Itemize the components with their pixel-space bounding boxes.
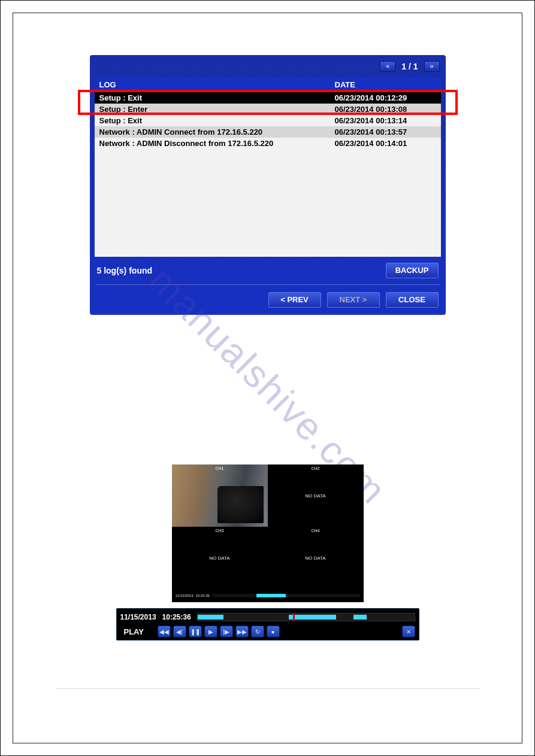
playback-date: 11/15/2013	[120, 613, 156, 621]
page-prev-button[interactable]: «	[380, 61, 395, 72]
nodata-label: NO DATA	[305, 493, 325, 499]
nodata-label: NO DATA	[305, 555, 325, 561]
cell-date: 06/23/2014 00:14:01	[330, 138, 441, 149]
cctv-grid: CH1 CH2 NO DATA CH3 NO DATA CH4 NO DATA …	[172, 464, 364, 602]
cell-date: 06/23/2014 00:13:14	[330, 115, 441, 126]
mini-date: 11/15/2013	[176, 594, 194, 597]
log-topbar: « 1 / 1 »	[90, 55, 446, 78]
prev-button[interactable]: < PREV	[268, 292, 321, 308]
col-date: DATE	[330, 78, 441, 92]
repeat-icon: ↻	[255, 629, 260, 635]
cell-log: Setup : Exit	[95, 92, 330, 104]
next-button[interactable]: NEXT >	[327, 292, 380, 308]
backup-button[interactable]: BACKUP	[386, 263, 439, 278]
timeline-track[interactable]	[197, 613, 415, 621]
log-empty-area	[95, 149, 441, 257]
table-row[interactable]: Setup : Exit 06/23/2014 00:13:14	[95, 115, 441, 126]
table-row[interactable]: Setup : Enter 06/23/2014 00:13:08	[95, 104, 441, 115]
playback-state: PLAY	[120, 627, 155, 636]
ch-label: CH2	[311, 466, 319, 470]
cctv-ch1[interactable]: CH1	[172, 464, 268, 527]
close-icon: ✕	[406, 629, 411, 635]
fast-fwd-icon: ▶▶	[237, 629, 247, 635]
cctv-ch3[interactable]: CH3 NO DATA	[172, 527, 268, 589]
camera-feed-icon	[172, 464, 268, 527]
page-divider	[55, 688, 480, 689]
rewind-icon: ◀◀	[159, 629, 169, 635]
log-window: « 1 / 1 » LOG DATE Setup : Exit	[90, 55, 446, 315]
pause-button[interactable]: ❚❚	[189, 626, 202, 637]
cctv-mini-timeline: 11/15/2013 10:25:36	[172, 589, 364, 602]
step-back-icon: ◀|	[176, 629, 183, 635]
mini-time: 10:25:36	[196, 594, 210, 597]
playbar-close-button[interactable]: ✕	[402, 626, 415, 637]
play-button[interactable]: ▶	[204, 626, 217, 637]
ch-label: CH4	[311, 529, 319, 533]
cctv-ch4[interactable]: CH4 NO DATA	[268, 527, 364, 589]
record-button[interactable]: ●	[267, 626, 280, 637]
cell-date: 06/23/2014 00:13:57	[330, 126, 441, 138]
cell-date: 06/23/2014 00:13:08	[330, 104, 441, 115]
cell-log: Network : ADMIN Disconnect from 172.16.5…	[95, 138, 330, 149]
table-row[interactable]: Network : ADMIN Disconnect from 172.16.5…	[95, 138, 441, 149]
page-indicator: 1 / 1	[399, 62, 420, 71]
rewind-button[interactable]: ◀◀	[158, 626, 171, 637]
ch-label: CH3	[215, 529, 223, 533]
mini-bar	[212, 594, 360, 597]
playback-time: 10:25:36	[162, 613, 191, 621]
playback-bar: 11/15/2013 10:25:36 PLAY ◀◀ ◀| ❚❚ ▶ |▶ ▶…	[116, 608, 419, 640]
cell-log: Network : ADMIN Connect from 172.16.5.22…	[95, 126, 330, 138]
pause-icon: ❚❚	[191, 629, 200, 635]
fast-fwd-button[interactable]: ▶▶	[235, 626, 249, 637]
cell-log: Setup : Enter	[95, 104, 330, 115]
cell-log: Setup : Exit	[95, 115, 330, 126]
playhead-marker[interactable]	[293, 613, 295, 621]
step-back-button[interactable]: ◀|	[173, 626, 186, 637]
cell-date: 06/23/2014 00:12:29	[330, 92, 441, 104]
col-log: LOG	[95, 78, 330, 92]
table-row[interactable]: Setup : Exit 06/23/2014 00:12:29	[95, 92, 441, 104]
record-icon: ●	[271, 629, 274, 635]
repeat-button[interactable]: ↻	[251, 626, 264, 637]
step-fwd-button[interactable]: |▶	[220, 626, 233, 637]
table-row[interactable]: Network : ADMIN Connect from 172.16.5.22…	[95, 126, 441, 138]
page-next-button[interactable]: »	[424, 61, 440, 72]
cctv-ch2[interactable]: CH2 NO DATA	[268, 464, 364, 527]
close-button[interactable]: CLOSE	[386, 292, 439, 308]
ch-label: CH1	[215, 466, 223, 470]
step-fwd-icon: |▶	[223, 629, 229, 635]
log-count-label: 5 log(s) found	[97, 266, 153, 275]
log-table: LOG DATE Setup : Exit 06/23/2014 00:12:2…	[95, 78, 441, 257]
play-icon: ▶	[208, 629, 213, 635]
nodata-label: NO DATA	[209, 555, 229, 561]
